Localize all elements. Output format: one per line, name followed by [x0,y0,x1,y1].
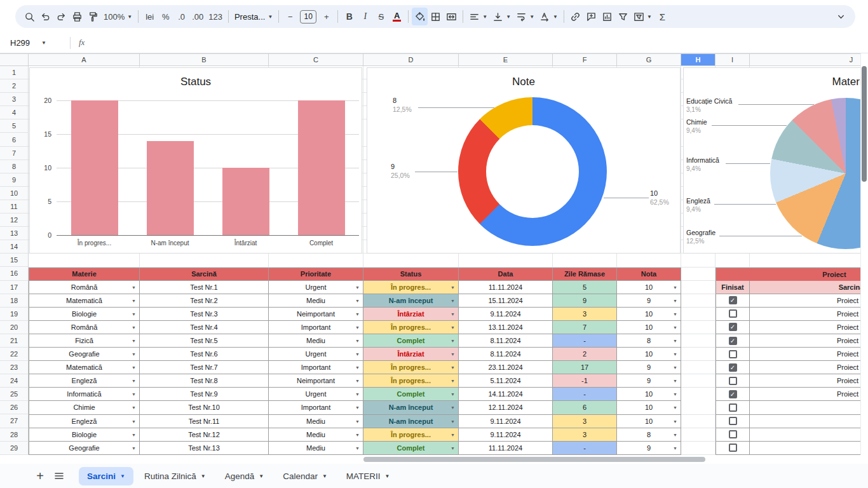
cell-nota[interactable]: 10▼ [617,281,681,294]
checkbox[interactable] [729,309,737,318]
cell-status[interactable]: N-am început▼ [363,415,459,428]
cell-zile-ramase[interactable]: 3 [553,428,617,442]
cell-prioritate[interactable]: Mediu▼ [269,334,363,348]
cell-sarcina[interactable]: Test Nr.6 [140,348,269,361]
sheet-tab-Rutina Zilnică[interactable]: Rutina Zilnică▼ [136,467,214,485]
search-icon[interactable] [22,8,37,25]
cell-data[interactable]: 23.11.2024 [459,361,553,374]
cell-dropdown-icon[interactable]: ▼ [132,365,136,370]
note-donut-chart[interactable]: Note 812,5% 925,0% 1062,5% [367,67,681,254]
currency-format-button[interactable]: lei [142,8,158,25]
cell-dropdown-icon[interactable]: ▼ [355,325,360,329]
cell-prioritate[interactable]: Urgent▼ [269,348,363,361]
cell-sarcina[interactable]: Test Nr.9 [140,388,269,401]
row-header-8[interactable]: 8 [0,160,29,173]
checkbox[interactable]: ✓ [729,363,737,372]
cell-nota[interactable]: 9▼ [617,374,681,388]
cell-data[interactable]: 12.11.2024 [459,401,553,414]
cell-prioritate[interactable]: Mediu▼ [269,442,363,455]
all-sheets-icon[interactable] [50,466,69,485]
cell-materie[interactable]: Biologie▼ [29,308,140,321]
cell-prioritate[interactable]: Urgent▼ [269,281,363,294]
strikethrough-button[interactable]: S [373,8,389,25]
increase-decimal-button[interactable]: .00 [189,8,206,25]
cell-dropdown-icon[interactable]: ▼ [451,365,455,370]
zoom-select[interactable]: 100%▼ [101,8,135,25]
column-header-I[interactable]: I [715,53,750,66]
cell-dropdown-icon[interactable]: ▼ [132,445,136,450]
column-header-C[interactable]: C [269,53,363,66]
cell-dropdown-icon[interactable]: ▼ [673,285,677,289]
column-header-E[interactable]: E [459,53,553,66]
insert-link-button[interactable] [567,8,583,25]
row-header-25[interactable]: 25 [0,388,29,401]
row-header-7[interactable]: 7 [0,147,29,160]
cell-proiect[interactable]: Proiect N [750,374,868,388]
italic-button[interactable]: I [357,8,373,25]
cell-status[interactable]: Întârziat▼ [363,348,459,361]
font-size-input[interactable]: 10 [300,10,316,24]
cell-status[interactable]: N-am început▼ [363,401,459,414]
cell-proiect[interactable] [750,415,868,428]
cell-finisat[interactable] [715,374,750,388]
checkbox[interactable]: ✓ [729,390,737,398]
cell-dropdown-icon[interactable]: ▼ [673,311,677,316]
cell-zile-ramase[interactable]: 3 [553,415,617,428]
insert-chart-button[interactable] [599,8,615,25]
cell-materie[interactable]: Engleză▼ [29,374,140,388]
row-header-10[interactable]: 10 [0,187,29,200]
cell-nota[interactable]: 10▼ [617,348,681,361]
cell-status[interactable]: Întârziat▼ [363,308,459,321]
cell-status[interactable]: Complet▼ [363,334,459,348]
row-header-14[interactable]: 14 [0,240,29,254]
cell-data[interactable]: 8.11.2024 [459,334,553,348]
cell-finisat[interactable] [715,428,750,442]
filter-views-button[interactable]: ▼ [631,8,654,25]
row-header-22[interactable]: 22 [0,348,29,361]
vertical-align-button[interactable]: ▼ [490,8,513,25]
cell-dropdown-icon[interactable]: ▼ [451,432,455,437]
cell-dropdown-icon[interactable]: ▼ [355,419,360,423]
cell-dropdown-icon[interactable]: ▼ [451,339,455,343]
cell-zile-ramase[interactable]: -1 [553,374,617,388]
cell-materie[interactable]: Matematică▼ [29,361,140,374]
cell-zile-ramase[interactable]: - [553,388,617,401]
cell-nota[interactable]: 9▼ [617,442,681,455]
cell-nota[interactable]: 10▼ [617,401,681,414]
cell-data[interactable]: 15.11.2024 [459,294,553,308]
borders-button[interactable] [428,8,444,25]
cell-proiect[interactable]: Proiect N [750,294,868,308]
sheet-tab-Agendă[interactable]: Agendă▼ [217,467,272,485]
cell-zile-ramase[interactable]: - [553,442,617,455]
cell-status[interactable]: Complet▼ [363,442,459,455]
cell-prioritate[interactable]: Neimportant▼ [269,374,363,388]
cell-dropdown-icon[interactable]: ▼ [673,325,677,329]
text-color-button[interactable]: A [389,8,405,25]
cell-proiect[interactable]: Proiect N [750,361,868,374]
decrease-font-size-button[interactable]: − [282,8,298,25]
cell-status[interactable]: Complet▼ [363,388,459,401]
cell-status[interactable]: N-am început▼ [363,294,459,308]
cell-materie[interactable]: Geografie▼ [29,442,140,455]
cell-zile-ramase[interactable]: 17 [553,361,617,374]
cell-dropdown-icon[interactable]: ▼ [673,298,677,302]
checkbox[interactable] [729,350,737,358]
cell-zile-ramase[interactable]: 7 [553,321,617,334]
row-header-29[interactable]: 29 [0,442,29,455]
bold-button[interactable]: B [341,8,357,25]
column-header-G[interactable]: G [617,53,681,66]
column-header-H[interactable]: H [681,53,715,66]
cell-dropdown-icon[interactable]: ▼ [132,298,136,302]
cell-dropdown-icon[interactable]: ▼ [355,365,360,370]
cell-proiect[interactable]: Proiect N [750,348,868,361]
horizontal-align-button[interactable]: ▼ [466,8,490,25]
cell-dropdown-icon[interactable]: ▼ [451,379,455,383]
row-header-19[interactable]: 19 [0,308,29,321]
cell-finisat[interactable] [715,308,750,321]
cell-dropdown-icon[interactable]: ▼ [355,298,360,302]
increase-font-size-button[interactable]: + [318,8,334,25]
cell-finisat[interactable] [715,348,750,361]
cell-data[interactable]: 5.11.2024 [459,374,553,388]
row-header-21[interactable]: 21 [0,334,29,348]
row-header-16[interactable]: 16 [0,267,29,280]
